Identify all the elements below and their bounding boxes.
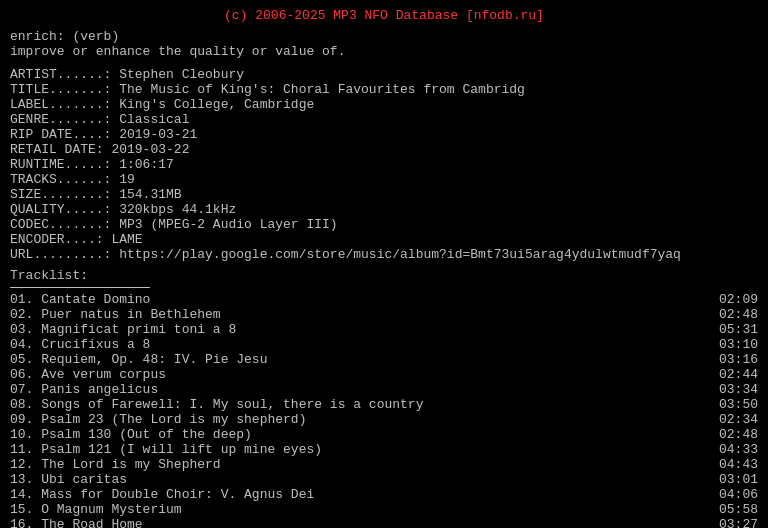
track-name: 01. Cantate Domino	[10, 292, 708, 307]
track-name: 13. Ubi caritas	[10, 472, 708, 487]
track-time: 04:43	[708, 457, 758, 472]
track-time: 02:48	[708, 307, 758, 322]
track-row: 15. O Magnum Mysterium05:58	[10, 502, 758, 517]
track-name: 16. The Road Home	[10, 517, 708, 528]
track-row: 07. Panis angelicus03:34	[10, 382, 758, 397]
track-row: 03. Magnificat primi toni a 805:31	[10, 322, 758, 337]
track-row: 14. Mass for Double Choir: V. Agnus Dei0…	[10, 487, 758, 502]
track-name: 08. Songs of Farewell: I. My soul, there…	[10, 397, 708, 412]
track-time: 04:06	[708, 487, 758, 502]
track-name: 12. The Lord is my Shepherd	[10, 457, 708, 472]
track-name: 07. Panis angelicus	[10, 382, 708, 397]
track-name: 10. Psalm 130 (Out of the deep)	[10, 427, 708, 442]
copyright-line: (c) 2006-2025 MP3 NFO Database [nfodb.ru…	[10, 8, 758, 23]
track-row: 12. The Lord is my Shepherd04:43	[10, 457, 758, 472]
track-time: 03:01	[708, 472, 758, 487]
track-time: 03:50	[708, 397, 758, 412]
track-time: 02:34	[708, 412, 758, 427]
metadata-title: TITLE.......: The Music of King's: Chora…	[10, 82, 758, 97]
track-row: 10. Psalm 130 (Out of the deep)02:48	[10, 427, 758, 442]
track-row: 08. Songs of Farewell: I. My soul, there…	[10, 397, 758, 412]
metadata-quality: QUALITY.....: 320kbps 44.1kHz	[10, 202, 758, 217]
track-row: 01. Cantate Domino02:09	[10, 292, 758, 307]
track-time: 02:44	[708, 367, 758, 382]
track-time: 02:09	[708, 292, 758, 307]
metadata-codec: CODEC.......: MP3 (MPEG-2 Audio Layer II…	[10, 217, 758, 232]
enrich-label: enrich: (verb)	[10, 29, 758, 44]
metadata-genre: GENRE.......: Classical	[10, 112, 758, 127]
track-time: 03:16	[708, 352, 758, 367]
track-row: 11. Psalm 121 (I will lift up mine eyes)…	[10, 442, 758, 457]
track-time: 03:10	[708, 337, 758, 352]
track-row: 04. Crucifixus a 803:10	[10, 337, 758, 352]
track-row: 02. Puer natus in Bethlehem02:48	[10, 307, 758, 322]
metadata-encoder: ENCODER....: LAME	[10, 232, 758, 247]
track-name: 04. Crucifixus a 8	[10, 337, 708, 352]
track-row: 09. Psalm 23 (The Lord is my shepherd)02…	[10, 412, 758, 427]
track-name: 14. Mass for Double Choir: V. Agnus Dei	[10, 487, 708, 502]
track-time: 04:33	[708, 442, 758, 457]
track-name: 06. Ave verum corpus	[10, 367, 708, 382]
tracklist: 01. Cantate Domino02:0902. Puer natus in…	[10, 292, 758, 528]
track-time: 03:34	[708, 382, 758, 397]
metadata-size: SIZE........: 154.31MB	[10, 187, 758, 202]
metadata-retail-date: RETAIL DATE: 2019-03-22	[10, 142, 758, 157]
track-time: 05:58	[708, 502, 758, 517]
track-name: 05. Requiem, Op. 48: IV. Pie Jesu	[10, 352, 708, 367]
track-name: 02. Puer natus in Bethlehem	[10, 307, 708, 322]
track-name: 09. Psalm 23 (The Lord is my shepherd)	[10, 412, 708, 427]
track-row: 05. Requiem, Op. 48: IV. Pie Jesu03:16	[10, 352, 758, 367]
track-row: 13. Ubi caritas03:01	[10, 472, 758, 487]
track-name: 03. Magnificat primi toni a 8	[10, 322, 708, 337]
metadata-rip-date: RIP DATE....: 2019-03-21	[10, 127, 758, 142]
tracklist-divider	[10, 287, 150, 288]
metadata-artist: ARTIST......: Stephen Cleobury	[10, 67, 758, 82]
metadata-tracks: TRACKS......: 19	[10, 172, 758, 187]
track-time: 02:48	[708, 427, 758, 442]
track-time: 05:31	[708, 322, 758, 337]
track-time: 03:27	[708, 517, 758, 528]
track-row: 06. Ave verum corpus02:44	[10, 367, 758, 382]
metadata-label: LABEL.......: King's College, Cambridge	[10, 97, 758, 112]
track-row: 16. The Road Home03:27	[10, 517, 758, 528]
tracklist-label: Tracklist:	[10, 268, 758, 283]
metadata-url: URL.........: https://play.google.com/st…	[10, 247, 758, 262]
enrich-def: improve or enhance the quality or value …	[10, 44, 758, 59]
track-name: 11. Psalm 121 (I will lift up mine eyes)	[10, 442, 708, 457]
track-name: 15. O Magnum Mysterium	[10, 502, 708, 517]
metadata-runtime: RUNTIME.....: 1:06:17	[10, 157, 758, 172]
